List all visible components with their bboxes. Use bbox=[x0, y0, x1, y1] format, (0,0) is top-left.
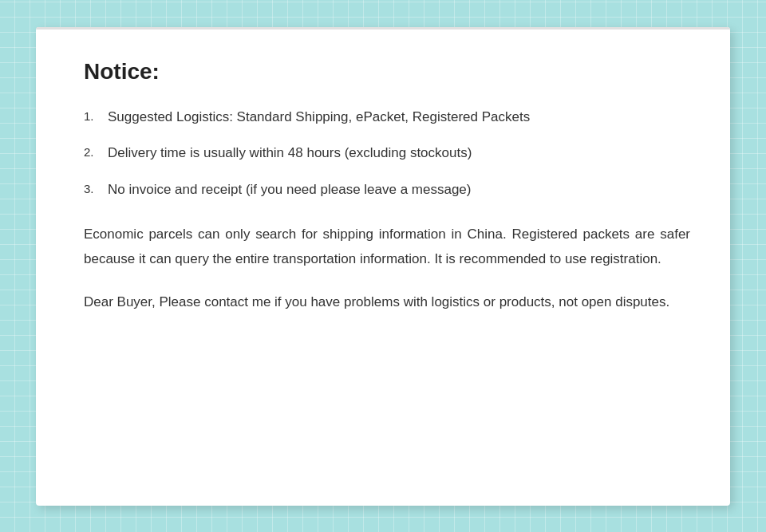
list-number-1: 1. bbox=[84, 107, 108, 126]
notice-title: Notice: bbox=[84, 59, 690, 85]
paragraph-1: Economic parcels can only search for shi… bbox=[84, 222, 690, 272]
notice-list: 1. Suggested Logistics: Standard Shippin… bbox=[84, 107, 690, 200]
paragraph-2: Dear Buyer, Please contact me if you hav… bbox=[84, 290, 690, 314]
list-item: 2. Delivery time is usually within 48 ho… bbox=[84, 143, 690, 164]
notice-card: Notice: 1. Suggested Logistics: Standard… bbox=[36, 27, 730, 506]
list-number-3: 3. bbox=[84, 179, 108, 199]
list-text-1: Suggested Logistics: Standard Shipping, … bbox=[108, 107, 690, 128]
list-text-3: No invoice and receipt (if you need plea… bbox=[108, 179, 690, 200]
list-number-2: 2. bbox=[84, 143, 108, 162]
list-text-2: Delivery time is usually within 48 hours… bbox=[108, 143, 690, 164]
list-item: 1. Suggested Logistics: Standard Shippin… bbox=[84, 107, 690, 128]
list-item: 3. No invoice and receipt (if you need p… bbox=[84, 179, 690, 200]
